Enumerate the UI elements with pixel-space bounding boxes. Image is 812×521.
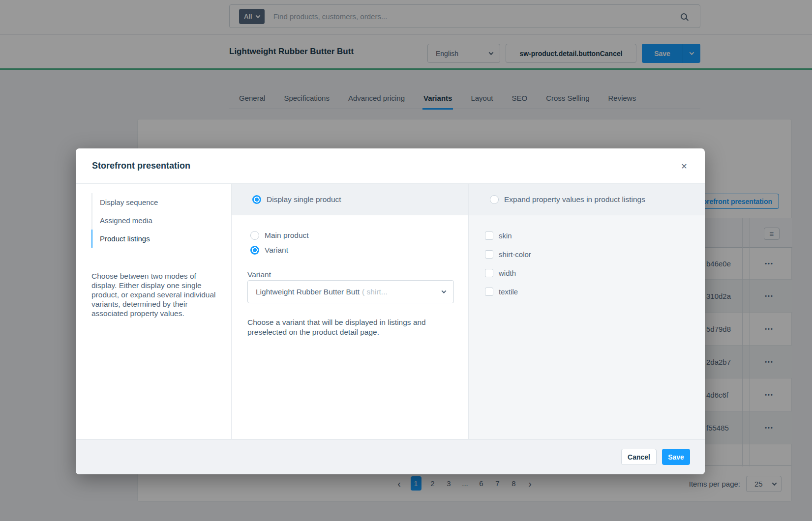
nav-item-assigned-media[interactable]: Assigned media — [91, 211, 158, 230]
expand-property-values-label: Expand property values in product listin… — [504, 195, 645, 204]
modal-nav: Display sequence Assigned media Product … — [91, 193, 158, 248]
variant-select[interactable]: Lightweight Rubber Butter Butt ( shirt..… — [247, 280, 454, 303]
property-width-checkbox[interactable] — [485, 269, 493, 277]
expand-properties-header: Expand property values in product listin… — [469, 184, 705, 215]
modal-footer: Cancel Save — [76, 439, 705, 474]
property-width-label: width — [499, 269, 516, 277]
display-single-product-label: Display single product — [267, 195, 341, 204]
variant-help-text: Choose a variant that will be displayed … — [247, 318, 445, 337]
modal-cancel-button[interactable]: Cancel — [621, 449, 657, 465]
main-product-radio[interactable] — [250, 231, 259, 240]
variant-radio[interactable] — [250, 246, 259, 255]
app-window: All Lightweight Rubber Butter Butt Engli… — [0, 0, 812, 521]
property-shirt-color-label: shirt-color — [499, 250, 531, 259]
modal-save-button[interactable]: Save — [662, 449, 690, 465]
modal-title: Storefront presentation — [92, 161, 190, 171]
nav-item-display-sequence[interactable]: Display sequence — [91, 193, 158, 211]
variant-select-value: Lightweight Rubber Butter Butt — [256, 288, 360, 296]
modal-header: Storefront presentation ✕ — [76, 148, 705, 184]
chevron-down-icon — [442, 289, 447, 293]
variant-radio-label: Variant — [265, 246, 288, 255]
display-single-product-radio[interactable] — [252, 195, 261, 204]
modal-sidebar: Display sequence Assigned media Product … — [76, 184, 232, 439]
single-product-column: Display single product Main product Vari… — [232, 184, 469, 439]
property-textile-checkbox[interactable] — [485, 288, 493, 296]
property-shirt-color-checkbox[interactable] — [485, 250, 493, 259]
property-textile-label: textile — [499, 288, 518, 296]
nav-item-product-listings[interactable]: Product listings — [91, 230, 158, 248]
single-product-header: Display single product — [232, 184, 468, 215]
main-product-label: Main product — [265, 231, 309, 240]
close-icon[interactable]: ✕ — [678, 160, 690, 172]
mode-description: Choose between two modes of display. Eit… — [91, 271, 216, 318]
storefront-presentation-modal: Storefront presentation ✕ Display sequen… — [76, 148, 705, 474]
property-skin-checkbox[interactable] — [485, 232, 493, 240]
expand-properties-column: Expand property values in product listin… — [469, 184, 705, 439]
variant-field-label: Variant — [247, 270, 271, 279]
property-skin-label: skin — [499, 232, 512, 240]
modal-body: Display sequence Assigned media Product … — [76, 184, 705, 439]
variant-select-value-suffix: ( shirt... — [362, 288, 388, 296]
expand-property-values-radio[interactable] — [490, 195, 499, 204]
